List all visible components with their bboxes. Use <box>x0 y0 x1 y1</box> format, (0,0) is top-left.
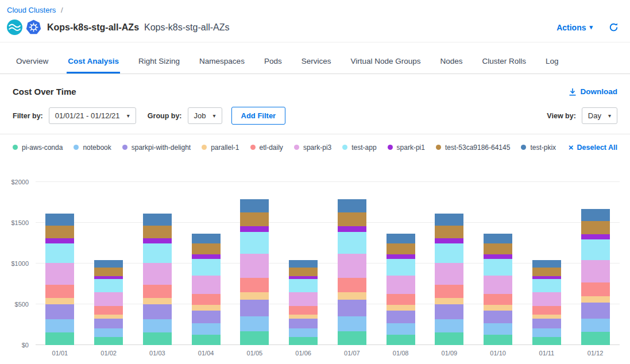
legend-label: notebook <box>83 144 111 152</box>
bar-slot: 01/02 <box>84 182 133 345</box>
bar-segment-spark-pi3 <box>192 276 221 294</box>
bar-segment-notebook <box>45 319 74 332</box>
bar-segment-test-pkix <box>143 214 172 226</box>
actions-button[interactable]: Actions ▾ <box>556 23 593 32</box>
legend-item-parallel-1[interactable]: parallel-1 <box>202 144 239 152</box>
bar-segment-parallel-1 <box>45 298 74 305</box>
view-by-label: View by: <box>547 112 575 120</box>
close-icon: × <box>569 143 574 152</box>
chart-bar-01-10[interactable] <box>484 182 512 345</box>
breadcrumb-separator: / <box>61 6 63 14</box>
legend-dot-icon <box>521 145 526 150</box>
bar-segment-pi-aws-conda <box>484 335 512 345</box>
bar-segment-test-pkix <box>192 234 221 243</box>
tab-overview[interactable]: Overview <box>15 49 49 73</box>
bar-segment-test-pkix <box>94 260 123 268</box>
breadcrumb-link-cloud-clusters[interactable]: Cloud Clusters <box>7 6 56 14</box>
legend-item-spark-pi1[interactable]: spark-pi1 <box>388 144 425 152</box>
bar-segment-parallel-1 <box>581 296 610 303</box>
bar-slot: 01/01 <box>36 182 84 345</box>
legend-label: spark-pi3 <box>303 144 331 152</box>
tab-right-sizing[interactable]: Right Sizing <box>137 49 181 73</box>
legend-item-spark-pi3[interactable]: spark-pi3 <box>294 144 331 152</box>
bar-segment-test-pkix <box>45 214 74 226</box>
refresh-button[interactable] <box>609 22 619 32</box>
tab-log[interactable]: Log <box>544 49 560 73</box>
legend-label: etl-daily <box>260 144 283 152</box>
bar-segment-test-pkix <box>240 199 269 212</box>
bar-segment-test-pkix <box>435 214 463 226</box>
bar-segment-sparkpi-with-delight <box>532 319 561 328</box>
legend-item-test-pkix[interactable]: test-pkix <box>521 144 556 152</box>
legend-item-pi-aws-conda[interactable]: pi-aws-conda <box>13 144 63 152</box>
bar-segment-sparkpi-with-delight <box>386 311 415 323</box>
bar-slot: 01/06 <box>279 182 328 345</box>
download-icon <box>569 88 577 96</box>
bar-segment-pi-aws-conda <box>435 332 463 345</box>
add-filter-button[interactable]: Add Filter <box>231 107 286 125</box>
bar-segment-notebook <box>484 323 512 334</box>
bar-segment-notebook <box>143 319 172 332</box>
tab-services[interactable]: Services <box>300 49 333 73</box>
legend-dot-icon <box>388 145 393 150</box>
tab-nodes[interactable]: Nodes <box>439 49 464 73</box>
legend-dot-icon <box>13 145 18 150</box>
bar-segment-spark-pi1 <box>435 238 463 243</box>
legend-label: spark-pi1 <box>397 144 425 152</box>
tab-cluster-rolls[interactable]: Cluster Rolls <box>481 49 528 73</box>
bar-segment-test-app <box>484 259 512 276</box>
legend-item-test-app[interactable]: test-app <box>342 144 376 152</box>
bar-segment-parallel-1 <box>484 305 512 311</box>
bar-segment-notebook <box>435 319 463 332</box>
bar-slot: 01/07 <box>328 182 377 345</box>
x-tick-label: 01/07 <box>328 350 377 357</box>
bar-segment-test-53ca9186-64145 <box>192 243 221 254</box>
chart-bar-01-03[interactable] <box>143 182 172 345</box>
bar-segment-spark-pi1 <box>581 234 610 240</box>
bar-segment-test-app <box>240 232 269 254</box>
chart-bar-01-12[interactable] <box>581 182 610 345</box>
bar-segment-test-53ca9186-64145 <box>338 212 366 226</box>
chart-bar-01-06[interactable] <box>289 182 318 345</box>
chart-bar-01-01[interactable] <box>45 182 74 345</box>
x-tick-label: 01/01 <box>36 350 84 357</box>
bar-segment-pi-aws-conda <box>338 331 366 345</box>
view-by-select[interactable]: Day ▾ <box>582 107 617 124</box>
bar-segment-sparkpi-with-delight <box>581 303 610 318</box>
bar-segment-test-53ca9186-64145 <box>386 243 415 254</box>
bar-segment-spark-pi3 <box>143 263 172 285</box>
bar-slot: 01/10 <box>474 182 523 345</box>
legend-item-sparkpi-with-delight[interactable]: sparkpi-with-delight <box>122 144 191 152</box>
chart-bar-01-09[interactable] <box>435 182 463 345</box>
download-button[interactable]: Download <box>569 87 618 96</box>
tab-cost-analysis[interactable]: Cost Analysis <box>67 49 120 73</box>
tab-virtual-node-groups[interactable]: Virtual Node Groups <box>349 49 422 73</box>
bar-segment-test-pkix <box>532 260 561 268</box>
x-tick-label: 01/02 <box>84 350 133 357</box>
legend-item-test-53ca9186-64145[interactable]: test-53ca9186-64145 <box>436 144 510 152</box>
chart-bar-01-05[interactable] <box>240 182 269 345</box>
chart-bar-01-07[interactable] <box>338 182 366 345</box>
deselect-all-button[interactable]: × Deselect All <box>569 143 617 152</box>
bar-segment-test-pkix <box>484 234 512 243</box>
tab-pods[interactable]: Pods <box>263 49 283 73</box>
chart-bar-01-11[interactable] <box>532 182 561 345</box>
deselect-all-label: Deselect All <box>577 144 617 152</box>
chart-bar-01-08[interactable] <box>386 182 415 345</box>
caret-down-icon: ▾ <box>608 113 611 119</box>
chart-plot-area: 01/0101/0201/0301/0401/0501/0601/0701/08… <box>36 182 620 345</box>
bar-segment-test-app <box>45 243 74 263</box>
chart-bar-01-02[interactable] <box>94 182 123 345</box>
chart-bar-01-04[interactable] <box>192 182 221 345</box>
chart-legend: pi-aws-condanotebooksparkpi-with-delight… <box>0 134 630 160</box>
bar-segment-test-pkix <box>386 234 415 243</box>
tab-namespaces[interactable]: Namespaces <box>198 49 246 73</box>
download-label: Download <box>581 87 618 96</box>
legend-item-notebook[interactable]: notebook <box>74 144 111 152</box>
group-by-select[interactable]: Job ▾ <box>188 107 222 124</box>
bar-segment-parallel-1 <box>338 292 366 300</box>
date-range-select[interactable]: 01/01/21 - 01/12/21 ▾ <box>49 107 136 124</box>
legend-item-etl-daily[interactable]: etl-daily <box>250 144 283 152</box>
bar-segment-spark-pi3 <box>435 263 463 285</box>
bar-segment-test-53ca9186-64145 <box>240 212 269 226</box>
